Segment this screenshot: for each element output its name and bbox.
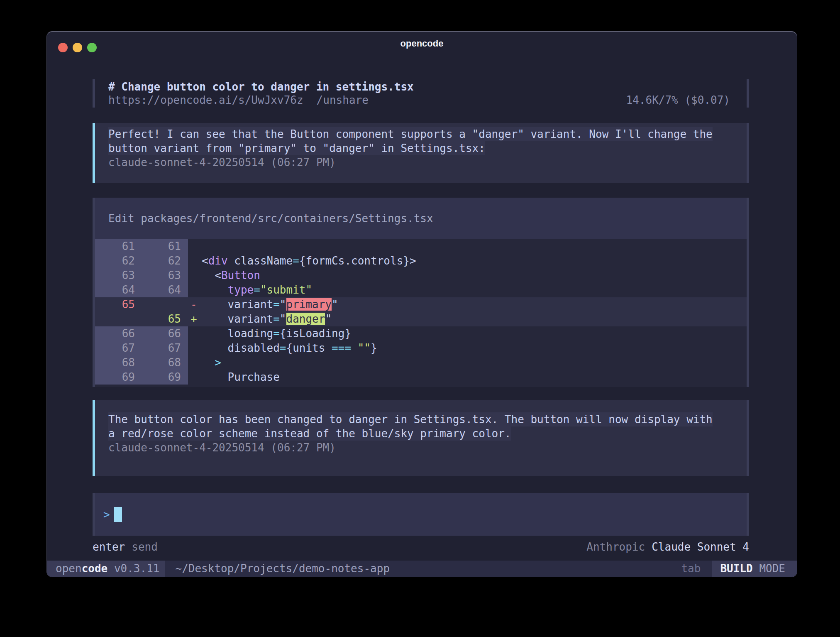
opencode-window: opencode # Change button color to danger… bbox=[46, 31, 797, 577]
diff-row: 6767 disabled={units === ""} bbox=[95, 341, 747, 355]
app-name-bold: code bbox=[82, 562, 108, 575]
message-text: button variant from "primary" to "danger… bbox=[108, 141, 485, 155]
code-token: === bbox=[332, 342, 351, 354]
message-line: The button color has been changed to dan… bbox=[108, 412, 733, 426]
code-token: "submit" bbox=[260, 284, 312, 296]
prompt-symbol: > bbox=[103, 507, 110, 522]
window-title: opencode bbox=[47, 38, 797, 49]
code-token: danger bbox=[286, 313, 325, 325]
diff-row: 6363 <Button bbox=[95, 268, 747, 283]
diff-marker bbox=[188, 254, 202, 268]
diff-row: 6262<div className={formCs.controls}> bbox=[95, 254, 747, 268]
old-line-number: 68 bbox=[95, 355, 140, 370]
code-line: type="submit" bbox=[202, 283, 747, 297]
code-token: variant bbox=[202, 313, 273, 325]
send-hint: entersend bbox=[93, 541, 158, 553]
code-token: disabled bbox=[202, 342, 280, 354]
new-line-number: 62 bbox=[140, 254, 188, 268]
diff-marker bbox=[188, 370, 202, 385]
code-line: disabled={units === ""} bbox=[202, 341, 747, 355]
code-token bbox=[351, 342, 358, 354]
mode-chip: BUILD MODE bbox=[712, 561, 797, 577]
code-token: = bbox=[273, 327, 280, 340]
status-bar-spacer bbox=[390, 561, 681, 577]
model-timestamp: claude-sonnet-4-20250514 (06:27 PM) bbox=[108, 441, 733, 455]
edit-tool-header: Edit packages/frontend/src/containers/Se… bbox=[95, 198, 747, 239]
code-line bbox=[202, 239, 747, 254]
code-token: = bbox=[280, 342, 286, 354]
enter-key-hint: enter bbox=[93, 541, 125, 553]
diff-row: 65- variant="primary" bbox=[95, 297, 747, 312]
provider-name: Anthropic bbox=[586, 541, 645, 553]
code-token: {formCs.controls}> bbox=[299, 255, 416, 267]
new-line-number: 66 bbox=[140, 326, 188, 341]
code-line: Purchase bbox=[202, 370, 747, 385]
message-line: Perfect! I can see that the Button compo… bbox=[108, 127, 733, 141]
code-token: = bbox=[273, 313, 280, 325]
message-line: button variant from "primary" to "danger… bbox=[108, 141, 733, 155]
diff-row: 6868 > bbox=[95, 355, 747, 370]
old-line-number: 69 bbox=[95, 370, 140, 385]
tab-key-hint[interactable]: tab bbox=[681, 561, 701, 577]
diff-marker: - bbox=[188, 297, 202, 312]
mode-label: MODE bbox=[759, 562, 785, 575]
diff-marker bbox=[188, 355, 202, 370]
code-token: = bbox=[293, 255, 299, 267]
code-token: < bbox=[202, 255, 208, 267]
diff-row: 65+ variant="danger" bbox=[95, 312, 747, 326]
diff-marker: + bbox=[188, 312, 202, 326]
title-bar: opencode bbox=[47, 32, 797, 56]
diff-row: 6666 loading={isLoading} bbox=[95, 326, 747, 341]
old-line-number: 62 bbox=[95, 254, 140, 268]
app-name-regular: open bbox=[56, 562, 82, 575]
unshare-command: /unshare bbox=[317, 94, 369, 106]
new-line-number: 64 bbox=[140, 283, 188, 297]
session-title: # Change button color to danger in setti… bbox=[108, 80, 733, 93]
old-line-number: 63 bbox=[95, 268, 140, 283]
assistant-message: The button color has been changed to dan… bbox=[93, 400, 749, 476]
app-version bbox=[107, 562, 114, 575]
new-line-number: 68 bbox=[140, 355, 188, 370]
prompt-input[interactable]: > bbox=[93, 493, 749, 536]
new-line-number bbox=[140, 297, 188, 312]
code-token: " bbox=[332, 298, 338, 311]
hint-row: entersend AnthropicClaude Sonnet 4 bbox=[93, 541, 749, 553]
model-name: Claude Sonnet 4 bbox=[652, 541, 749, 553]
main-content: # Change button color to danger in setti… bbox=[93, 79, 749, 553]
code-token: {isLoading} bbox=[280, 327, 351, 340]
new-line-number: 63 bbox=[140, 268, 188, 283]
model-timestamp: claude-sonnet-4-20250514 (06:27 PM) bbox=[108, 155, 733, 169]
diff-row: 6969 Purchase bbox=[95, 370, 747, 385]
code-line: <div className={formCs.controls}> bbox=[202, 254, 747, 268]
diff-marker bbox=[188, 326, 202, 341]
code-token: primary bbox=[286, 298, 332, 311]
text-cursor bbox=[114, 507, 122, 522]
code-line: <Button bbox=[202, 268, 747, 283]
code-line: variant="danger" bbox=[202, 312, 747, 326]
code-token: " bbox=[280, 298, 286, 311]
version-number: v0.3.11 bbox=[114, 562, 160, 575]
code-token: variant bbox=[202, 298, 273, 311]
old-line-number: 61 bbox=[95, 239, 140, 254]
code-token: " bbox=[280, 313, 286, 325]
diff-marker bbox=[188, 268, 202, 283]
message-text: a red/rose color scheme instead of the b… bbox=[108, 426, 511, 441]
old-line-number bbox=[95, 312, 140, 326]
edit-file-path: Edit packages/frontend/src/containers/Se… bbox=[108, 212, 433, 225]
code-token: < bbox=[202, 269, 221, 282]
old-line-number: 64 bbox=[95, 283, 140, 297]
code-line: > bbox=[202, 355, 747, 370]
code-token bbox=[202, 284, 228, 296]
diff-marker bbox=[188, 341, 202, 355]
code-token: Button bbox=[221, 269, 260, 282]
code-line: variant="primary" bbox=[202, 297, 747, 312]
assistant-message: Perfect! I can see that the Button compo… bbox=[93, 123, 749, 183]
code-token: loading bbox=[202, 327, 273, 340]
code-token: div bbox=[208, 255, 228, 267]
app-version-chip: opencode v0.3.11 bbox=[47, 561, 165, 577]
session-title-text: # Change button color to danger in setti… bbox=[108, 81, 414, 93]
mode-bold: BUILD bbox=[720, 562, 752, 575]
old-line-number: 65 bbox=[95, 297, 140, 312]
share-url-link[interactable]: https://opencode.ai/s/UwJxv76z bbox=[108, 94, 303, 106]
diff-row: 6161 bbox=[95, 239, 747, 254]
